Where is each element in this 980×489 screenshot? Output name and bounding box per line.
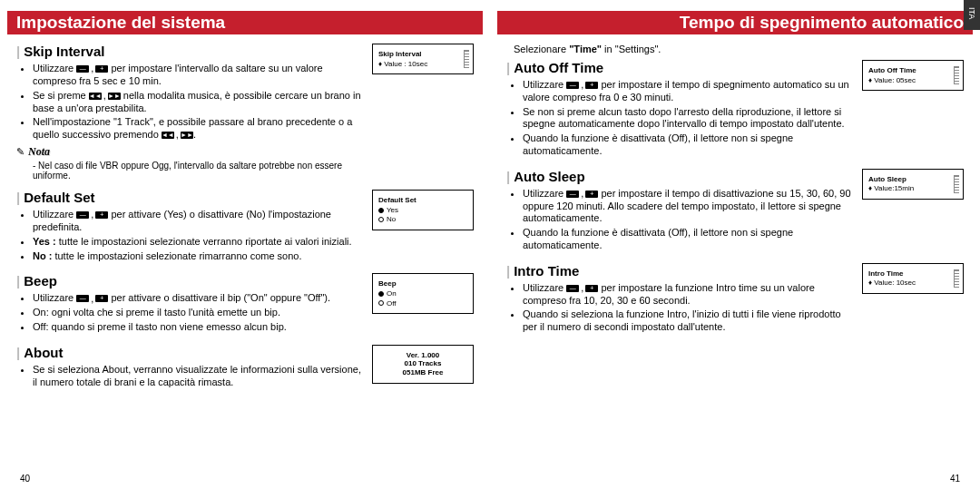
introtime-bullet-1: Utilizzare —,+ per impostare la funzione… bbox=[523, 282, 853, 308]
minus-icon: — bbox=[566, 191, 579, 198]
lcd-introtime: Intro Time ♦ Value: 10sec bbox=[862, 263, 964, 294]
page-number-right: 41 bbox=[950, 474, 960, 484]
introtime-title: |Intro Time bbox=[506, 263, 853, 279]
note-label: Nota bbox=[28, 145, 50, 159]
plus-icon: + bbox=[585, 285, 598, 292]
page-left: Impostazione del sistema |Skip Interval … bbox=[16, 11, 474, 482]
header-right: Tempo di spegnimento automatico bbox=[497, 11, 973, 34]
skip-bullet-3: Nell'impostazione "1 Track", e possibile… bbox=[33, 116, 363, 142]
next-icon: ►► bbox=[181, 132, 193, 139]
minus-icon: — bbox=[76, 65, 89, 73]
page-number-left: 40 bbox=[20, 474, 30, 484]
default-bullet-1: Utilizzare —,+ per attivare (Yes) o disa… bbox=[33, 209, 363, 234]
page-right: ITA Tempo di spegnimento automatico Sele… bbox=[506, 11, 964, 482]
section-auto-sleep: |Auto Sleep Utilizzare —,+ per impostare… bbox=[506, 169, 964, 254]
about-bullet-1: Se si seleziona About, verranno visualiz… bbox=[33, 364, 363, 389]
autosleep-bullet-2: Quando la funzione è disattivata (Off), … bbox=[523, 227, 853, 252]
introtime-bullet-2: Quando si seleziona la funzione Intro, l… bbox=[523, 308, 853, 334]
lcd-autosleep: Auto Sleep ♦ Value:15min bbox=[862, 169, 964, 200]
header-left: Impostazione del sistema bbox=[7, 11, 483, 34]
plus-icon: + bbox=[95, 295, 108, 302]
autosleep-title: |Auto Sleep bbox=[506, 169, 853, 184]
section-auto-off: |Auto Off Time Utilizzare —,+ per impost… bbox=[506, 60, 964, 160]
minus-icon: — bbox=[566, 82, 579, 89]
skip-bullet-2: Se si preme ◄◄,►► nella modalita musica,… bbox=[33, 90, 363, 115]
default-title: |Default Set bbox=[16, 190, 363, 205]
minus-icon: — bbox=[566, 285, 579, 292]
default-bullet-3: No : tutte le impostazioni selezionate r… bbox=[33, 250, 363, 263]
pencil-icon: ✎ bbox=[16, 146, 24, 158]
note-text: - Nel caso di file VBR oppure Ogg, l'int… bbox=[16, 161, 363, 181]
beep-bullet-2: On: ogni volta che si preme il tasto l'u… bbox=[33, 307, 363, 319]
autooff-bullet-1: Utilizzare —,+ per impostare il tempo di… bbox=[523, 79, 853, 104]
lcd-about: Ver. 1.000 010 Tracks 051MB Free bbox=[372, 345, 474, 384]
intro-line: Selezionare "Time" in "Settings". bbox=[506, 44, 964, 54]
lang-tab: ITA bbox=[964, 0, 980, 30]
prev-icon: ◄◄ bbox=[89, 93, 102, 100]
header-left-title: Impostazione del sistema bbox=[16, 13, 225, 33]
section-about: |About Se si seleziona About, verranno v… bbox=[16, 345, 474, 391]
prev-icon: ◄◄ bbox=[162, 132, 174, 139]
beep-title: |Beep bbox=[16, 273, 363, 289]
section-skip-interval: |Skip Interval Utilizzare —,+ per impost… bbox=[16, 44, 474, 181]
lcd-autooff: Auto Off Time ♦ Value: 05sec bbox=[862, 60, 964, 91]
note-row: ✎ Nota bbox=[16, 145, 363, 159]
minus-icon: — bbox=[76, 295, 89, 302]
plus-icon: + bbox=[585, 191, 598, 198]
autooff-bullet-3: Quando la funzione è disattivata (Off), … bbox=[523, 132, 853, 158]
lcd-beep: Beep On Off bbox=[372, 273, 474, 314]
skip-title: |Skip Interval bbox=[16, 44, 363, 59]
next-icon: ►► bbox=[108, 93, 121, 100]
skip-bullet-1: Utilizzare —,+ per impostare l'intervall… bbox=[33, 63, 363, 88]
plus-icon: + bbox=[585, 82, 598, 89]
autooff-bullet-2: Se non si preme alcun tasto dopo l'arres… bbox=[523, 106, 853, 132]
section-default-set: |Default Set Utilizzare —,+ per attivare… bbox=[16, 190, 474, 264]
autooff-title: |Auto Off Time bbox=[506, 60, 853, 75]
lcd-default: Default Set Yes No bbox=[372, 190, 474, 230]
plus-icon: + bbox=[95, 211, 108, 219]
beep-bullet-3: Off: quando si preme il tasto non viene … bbox=[33, 321, 363, 334]
about-title: |About bbox=[16, 345, 363, 360]
header-right-title: Tempo di spegnimento automatico bbox=[680, 13, 964, 33]
default-bullet-2: Yes : tutte le impostazioni selezionate … bbox=[33, 236, 363, 249]
section-intro-time: |Intro Time Utilizzare —,+ per impostare… bbox=[506, 263, 964, 336]
section-beep: |Beep Utilizzare —,+ per attivare o disa… bbox=[16, 273, 474, 335]
autosleep-bullet-1: Utilizzare —,+ per impostare il tempo di… bbox=[523, 188, 853, 225]
lcd-skip: Skip Interval ♦ Value : 10sec bbox=[372, 44, 474, 74]
beep-bullet-1: Utilizzare —,+ per attivare o disattivar… bbox=[33, 292, 363, 305]
minus-icon: — bbox=[76, 211, 89, 219]
plus-icon: + bbox=[95, 65, 108, 73]
